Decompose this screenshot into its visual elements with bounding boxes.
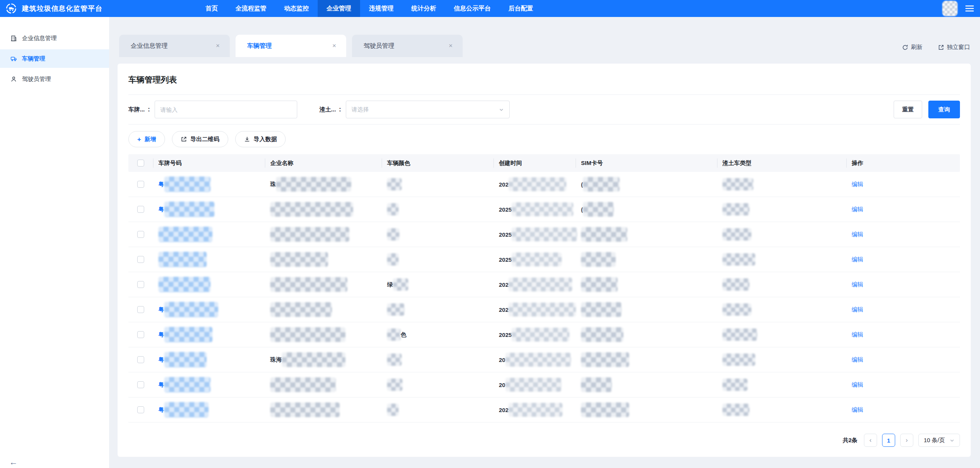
redacted-text — [387, 203, 399, 215]
truck-type-cell — [717, 328, 846, 341]
edit-link[interactable]: 编辑 — [852, 281, 863, 288]
edit-link[interactable]: 编辑 — [852, 256, 863, 263]
page-number-button[interactable]: 1 — [882, 434, 895, 447]
row-checkbox[interactable] — [137, 231, 144, 238]
close-icon[interactable]: × — [331, 42, 338, 50]
redacted-text — [583, 177, 620, 192]
edit-link[interactable]: 编辑 — [852, 231, 863, 238]
prev-page-button[interactable]: ‹ — [864, 434, 877, 447]
plate-number-link[interactable]: 粤 — [158, 327, 212, 342]
create-time-prefix: 2025 — [499, 206, 512, 213]
redacted-text — [509, 177, 566, 191]
plate-number-link[interactable] — [158, 252, 207, 267]
redacted-text — [164, 302, 218, 317]
create-time-cell: 202 — [493, 278, 576, 291]
redacted-text — [158, 277, 210, 292]
edit-link[interactable]: 编辑 — [852, 206, 863, 213]
refresh-icon — [902, 44, 908, 51]
menu-item-动态监控[interactable]: 动态监控 — [275, 0, 318, 17]
page-size-select[interactable]: 10 条/页 — [918, 434, 960, 447]
create-time-cell: 202 — [493, 403, 576, 417]
search-button[interactable]: 查询 — [928, 101, 960, 118]
edit-link[interactable]: 编辑 — [852, 306, 863, 313]
plate-number-link[interactable] — [158, 277, 210, 292]
menu-item-首页[interactable]: 首页 — [197, 0, 227, 17]
row-checkbox[interactable] — [137, 331, 144, 338]
tab-驾驶员管理[interactable]: 驾驶员管理× — [352, 35, 463, 57]
button-label: 导出二维码 — [190, 136, 219, 143]
redacted-text — [270, 252, 328, 267]
sidebar-item-企业信息管理[interactable]: 企业信息管理 — [0, 29, 109, 47]
redacted-text — [581, 302, 621, 317]
edit-link[interactable]: 编辑 — [852, 356, 863, 364]
新增-button[interactable]: +新增 — [128, 131, 165, 147]
redacted-text — [722, 278, 749, 291]
menu-item-全流程监管[interactable]: 全流程监管 — [227, 0, 275, 17]
plate-number-link[interactable] — [158, 227, 212, 242]
menu-item-企业管理[interactable]: 企业管理 — [318, 0, 360, 17]
reset-button[interactable]: 重置 — [894, 101, 922, 118]
plate-number-link[interactable]: 粤 — [158, 352, 207, 367]
close-icon[interactable]: × — [214, 42, 221, 50]
plate-number-link[interactable]: 粤 — [158, 177, 210, 192]
row-checkbox[interactable] — [137, 206, 144, 213]
tab-企业信息管理[interactable]: 企业信息管理× — [119, 35, 230, 57]
plate-number-link[interactable]: 粤 — [158, 302, 218, 317]
tab-车辆管理[interactable]: 车辆管理× — [236, 35, 346, 57]
menu-item-信息公示平台[interactable]: 信息公示平台 — [445, 0, 500, 17]
button-label: 导入数据 — [254, 136, 277, 143]
top-navbar: 建筑垃圾信息化监管平台 首页全流程监管动态监控企业管理违规管理统计分析信息公示平… — [0, 0, 980, 17]
redacted-text — [164, 402, 209, 417]
menu-icon[interactable] — [965, 5, 974, 12]
plate-number-link[interactable]: 粤 — [158, 402, 209, 417]
tab-action-独立窗口[interactable]: 独立窗口 — [938, 44, 970, 51]
row-checkbox[interactable] — [137, 256, 144, 263]
row-checkbox[interactable] — [137, 406, 144, 413]
menu-item-统计分析[interactable]: 统计分析 — [402, 0, 445, 17]
truck-type-cell — [717, 354, 846, 366]
create-time-prefix: 2025 — [499, 231, 512, 238]
row-checkbox[interactable] — [137, 306, 144, 313]
row-checkbox[interactable] — [137, 181, 144, 188]
sim-card-cell — [576, 277, 717, 292]
create-time-cell: 202 — [493, 303, 576, 316]
redacted-text — [581, 252, 616, 267]
vehicle-color-cell — [382, 203, 493, 215]
redacted-text — [164, 327, 212, 342]
plate-number-link[interactable]: 粤 — [158, 377, 210, 392]
redacted-text — [722, 178, 753, 190]
plate-prefix: 粤 — [158, 306, 164, 313]
edit-link[interactable]: 编辑 — [852, 406, 863, 414]
menu-item-违规管理[interactable]: 违规管理 — [360, 0, 402, 17]
导入数据-button[interactable]: 导入数据 — [235, 131, 286, 147]
plate-number-link[interactable]: 粤 — [158, 202, 214, 217]
menu-item-后台配置[interactable]: 后台配置 — [500, 0, 542, 17]
edit-link[interactable]: 编辑 — [852, 181, 863, 188]
redacted-text — [387, 379, 402, 391]
select-all-checkbox[interactable] — [137, 160, 144, 167]
redacted-text — [164, 202, 214, 217]
vehicle-color-cell: 色 — [382, 328, 493, 341]
row-checkbox[interactable] — [137, 281, 144, 288]
导出二维码-button[interactable]: 导出二维码 — [172, 131, 228, 147]
redacted-text — [387, 228, 399, 241]
truck-type-cell — [717, 379, 846, 391]
collapse-sidebar-arrow[interactable]: ← — [9, 458, 18, 466]
truck-type-select[interactable]: 请选择 — [346, 101, 510, 118]
sidebar-item-车辆管理[interactable]: 车辆管理 — [0, 49, 109, 68]
plus-icon: + — [137, 136, 141, 143]
chevron-down-icon — [950, 438, 955, 443]
plate-number-input[interactable] — [155, 101, 297, 118]
column-header-操作: 操作 — [846, 154, 960, 172]
next-page-button[interactable]: › — [900, 434, 913, 447]
close-icon[interactable]: × — [447, 42, 454, 50]
user-avatar[interactable] — [942, 1, 958, 16]
sidebar-item-驾驶员管理[interactable]: 驾驶员管理 — [0, 70, 109, 88]
row-checkbox[interactable] — [137, 356, 144, 363]
row-checkbox[interactable] — [137, 381, 144, 388]
create-time-prefix: 202 — [499, 407, 509, 413]
table-body: 粤珠202(编辑粤2025(编辑2025编辑2025编辑绿202编辑粤202编辑… — [128, 172, 960, 423]
edit-link[interactable]: 编辑 — [852, 381, 863, 389]
edit-link[interactable]: 编辑 — [852, 331, 863, 338]
tab-action-刷新[interactable]: 刷新 — [902, 44, 923, 51]
